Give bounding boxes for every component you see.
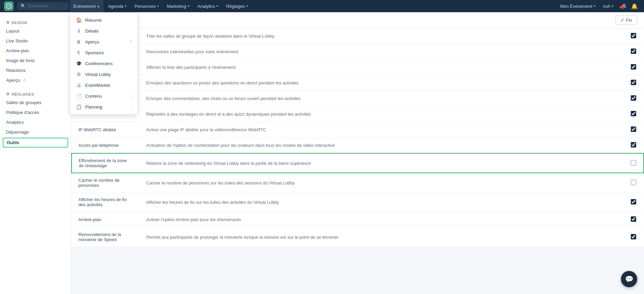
chevron-down-icon: ▾: [594, 4, 595, 8]
printer-icon: 🖨: [76, 82, 82, 88]
reglages-section-title: ⚙ RÉGLAGES: [0, 89, 71, 98]
row-description-arriere-plan-intervenants: Activer l'option Arrière-plan pour les i…: [139, 212, 623, 228]
table-row: Cacher le nombre de personnesCacher le n…: [72, 173, 644, 193]
row-description-effondrement-reseautage: Réduire la zone de networking du Virtual…: [139, 153, 623, 173]
checkbox-groupes-aleatoires[interactable]: [631, 33, 636, 38]
sidebar-item-reactions[interactable]: Réactions: [0, 65, 71, 75]
checkbox-acces-telephone[interactable]: [631, 142, 636, 148]
row-description-cacher-personnes: Cacher le nombre de personnes sur les tu…: [139, 173, 623, 193]
row-description-groupes-aleatoires: Trier les salles de groupe de façon aléa…: [139, 28, 623, 44]
dropdown-apercu[interactable]: 🖥 Aperçu ↗: [70, 36, 137, 47]
search-icon: 🔍: [21, 4, 26, 8]
table-row: sRencontres individuelles pour votre évé…: [72, 44, 644, 60]
checkbox-cacher-personnes[interactable]: [631, 180, 636, 185]
chevron-down-icon: ▾: [125, 4, 127, 8]
row-checkbox-cell-questions: [623, 75, 644, 91]
nav-evenement-wrapper: Événement ▲ 🏠 Résumé ℹ Détails 🖥 Aperçu …: [70, 0, 103, 12]
notification-megaphone-btn[interactable]: 📣: [618, 1, 628, 12]
search-box[interactable]: 🔍: [18, 2, 69, 10]
table-row: IP WebRTC dédiéeActive une plage IP dédi…: [72, 122, 644, 138]
euro-icon: €: [76, 50, 82, 55]
dropdown-details[interactable]: ℹ Détails: [70, 25, 137, 36]
row-checkbox-cell-cacher-personnes: [623, 173, 644, 193]
mon-evenement-btn[interactable]: Mon Événement ▾: [557, 0, 599, 12]
content-header: ✓ Fin: [71, 12, 644, 28]
calendar-icon: 📋: [76, 104, 82, 110]
dropdown-eventmarket[interactable]: 🖨 EventMarket: [70, 80, 137, 91]
info-icon: ℹ: [76, 28, 82, 34]
dropdown-contenu[interactable]: 📄 Contenu ›: [70, 91, 137, 101]
main-content: ✓ Fin groupes aléatoiresTrier les salles…: [71, 12, 644, 294]
checkbox-renouvellement[interactable]: [631, 234, 636, 239]
row-checkbox-cell-acces-telephone: [623, 138, 644, 154]
checkbox-networking-list[interactable]: [631, 64, 636, 70]
table-row: Afficher les heures de fin des activités…: [72, 193, 644, 212]
chevron-down-icon: ▾: [612, 4, 613, 8]
table-row: Effondrement de la zone de réseautageRéd…: [72, 153, 644, 173]
design-section-title: ⚙ DESIGN: [0, 18, 71, 26]
dropdown-planning[interactable]: 📋 Planning ›: [70, 101, 137, 112]
row-description-sondages: Répondre à des sondages en direct et à d…: [139, 106, 623, 122]
table-row: groupes aléatoiresTrier les salles de gr…: [72, 28, 644, 44]
row-checkbox-cell-groupes-aleatoires: [623, 28, 644, 44]
chat-button[interactable]: 💬: [621, 271, 637, 287]
nav-marketing[interactable]: Marketing ▾: [164, 0, 193, 12]
sidebar-item-layout[interactable]: Layout: [0, 26, 71, 36]
chevron-down-icon: ▾: [157, 4, 159, 8]
sidebar-item-arriere-plan[interactable]: Arrière-plan: [0, 46, 71, 56]
sidebar-item-live-studio[interactable]: Live Studio: [0, 36, 71, 46]
graduate-icon: 🎓: [76, 61, 82, 66]
sidebar-item-politique-acces[interactable]: Politique d'accès: [0, 107, 71, 117]
row-description-acces-telephone: Activation de l'option de numérotation p…: [139, 138, 623, 154]
sidebar-section-reglages: ⚙ RÉGLAGES Salles de groupes Politique d…: [0, 89, 71, 148]
nav-evenement[interactable]: Événement ▲: [70, 0, 103, 12]
row-checkbox-cell-effondrement-reseautage: [623, 153, 644, 173]
sidebar-item-depannage[interactable]: Dépannage: [0, 127, 71, 137]
checkbox-ip-webrtc[interactable]: [631, 126, 636, 132]
sidebar-item-image-fond[interactable]: Image de fond: [0, 56, 71, 65]
checkbox-rencontres[interactable]: [631, 48, 636, 54]
notification-bell-btn[interactable]: 🔔: [629, 1, 640, 12]
table-row: Répondre à des sondages en direct et à d…: [72, 106, 644, 122]
checkbox-commentaires[interactable]: [631, 95, 636, 101]
settings-table: groupes aléatoiresTrier les salles de gr…: [71, 28, 644, 247]
checkbox-sondages[interactable]: [631, 111, 636, 116]
sidebar-item-analytics[interactable]: Analytics: [0, 117, 71, 127]
sidebar-item-outils[interactable]: Outils: [3, 138, 68, 148]
row-description-networking-list: Afficher la liste des participants à l'é…: [139, 60, 623, 75]
chevron-down-icon: ▾: [246, 4, 248, 8]
checkbox-heures-fin[interactable]: [631, 199, 636, 204]
chevron-down-icon: ▾: [188, 4, 189, 8]
row-checkbox-cell-sondages: [623, 106, 644, 122]
dropdown-virtual-lobby[interactable]: ⚙ Virtual Lobby: [70, 69, 137, 80]
dropdown-resume[interactable]: 🏠 Résumé: [70, 15, 137, 25]
sidebar-item-apercu[interactable]: Aperçu ↗: [0, 75, 71, 85]
design-section-icon: ⚙: [6, 20, 10, 25]
chevron-down-icon: ▲: [97, 4, 100, 8]
dropdown-conferenciers[interactable]: 🎓 Conférenciers: [70, 58, 137, 69]
dropdown-sponsors[interactable]: € Sponsors: [70, 47, 137, 58]
fin-button[interactable]: ✓ Fin: [615, 16, 637, 25]
table-row: ntairesEnvoyer des commentaires, des cha…: [72, 91, 644, 106]
row-name-cacher-personnes: Cacher le nombre de personnes: [72, 173, 139, 193]
nav-reglages[interactable]: Réglages ▾: [223, 0, 251, 12]
row-description-renouvellement: Permet aux participants de prolonger la …: [139, 228, 623, 247]
checkbox-effondrement-reseautage[interactable]: [631, 160, 636, 165]
search-input[interactable]: [28, 4, 65, 8]
nav-personnes[interactable]: Personnes ▾: [131, 0, 162, 12]
app-logo: [4, 1, 14, 11]
checkbox-questions[interactable]: [631, 80, 636, 85]
table-row: ingAfficher la liste des participants à …: [72, 60, 644, 75]
checkbox-arriere-plan-intervenants[interactable]: [631, 216, 636, 222]
nav-agenda[interactable]: Agenda ▾: [105, 0, 130, 12]
sidebar-item-salles-groupes[interactable]: Salles de groupes: [0, 98, 71, 107]
user-menu[interactable]: Ash ▾: [600, 0, 617, 12]
row-description-rencontres: Rencontres individuelles pour votre évén…: [139, 44, 623, 60]
external-link-icon: ↗: [129, 40, 132, 44]
top-navigation: 🔍 Événement ▲ 🏠 Résumé ℹ Détails 🖥 Aperç…: [0, 0, 644, 12]
row-checkbox-cell-arriere-plan-intervenants: [623, 212, 644, 228]
document-icon: 📄: [76, 93, 82, 99]
row-description-ip-webrtc: Active une plage IP dédiée pour la vidéo…: [139, 122, 623, 138]
row-description-heures-fin: Afficher les heures de fin sur les tuile…: [139, 193, 623, 212]
nav-analytics[interactable]: Analytics ▾: [194, 0, 222, 12]
